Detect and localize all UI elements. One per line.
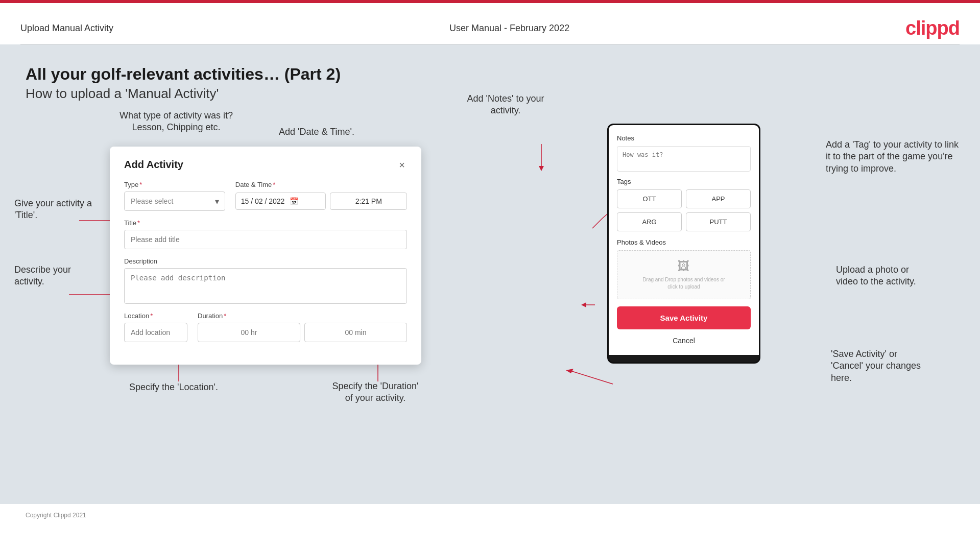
form-group-location: Location* — [124, 312, 187, 342]
annotation-describe: Describe your activity. — [14, 264, 101, 288]
page-title: Upload Manual Activity — [20, 23, 113, 34]
form-group-duration: Duration* — [198, 312, 407, 342]
notes-section-label: Notes — [617, 134, 751, 142]
annotation-duration: Specify the 'Duration' of your activity. — [301, 380, 449, 404]
svg-line-21 — [592, 218, 603, 228]
duration-minutes-input[interactable] — [304, 323, 407, 342]
duration-hours-input[interactable] — [198, 323, 300, 342]
annotation-notes: Add 'Notes' to your activity. — [447, 93, 564, 117]
form-row-location-duration: Location* Duration* — [124, 312, 407, 342]
form-group-title: Title* — [124, 219, 407, 249]
svg-marker-23 — [581, 302, 586, 307]
type-label: Type* — [124, 181, 225, 188]
annotation-give-title: Give your activity a 'Title'. — [14, 198, 101, 222]
datetime-group: 15 / 02 / 2022 📅 2:21 PM — [235, 191, 407, 211]
form-row-type-date: Type* Please select Date & Time* 15 / 02… — [124, 181, 407, 211]
calendar-icon: 📅 — [290, 197, 298, 205]
modal-title: Add Activity — [124, 159, 183, 171]
type-select[interactable]: Please select — [124, 191, 225, 211]
tags-grid: OTT APP ARG PUTT — [617, 189, 751, 231]
title-label: Title* — [124, 219, 407, 227]
svg-line-24 — [572, 371, 613, 384]
svg-marker-25 — [566, 369, 573, 373]
phone-panel: Notes Tags OTT APP ARG PUTT Photos & Vid… — [607, 124, 760, 364]
main-content: All your golf-relevant activities… (Part… — [0, 44, 980, 504]
description-textarea[interactable] — [124, 268, 407, 304]
modal-header: Add Activity × — [124, 159, 407, 171]
tag-arg[interactable]: ARG — [617, 212, 682, 231]
annotation-location: Specify the 'Location'. — [110, 381, 237, 393]
form-group-datetime: Date & Time* 15 / 02 / 2022 📅 2:21 PM — [235, 181, 407, 211]
add-activity-modal: Add Activity × Type* Please select Date … — [110, 147, 421, 365]
description-label: Description — [124, 257, 407, 265]
form-group-type: Type* Please select — [124, 181, 225, 211]
type-select-wrapper[interactable]: Please select — [124, 191, 225, 211]
annotation-date-time: Add 'Date & Time'. — [260, 126, 373, 138]
upload-text: Drag and Drop photos and videos or click… — [623, 276, 745, 291]
location-input[interactable] — [124, 323, 187, 342]
heading-line1: All your golf-relevant activities… (Part… — [26, 65, 954, 84]
location-label: Location* — [124, 312, 187, 320]
tag-putt[interactable]: PUTT — [686, 212, 751, 231]
photos-section-label: Photos & Videos — [617, 238, 751, 246]
phone-bottom-bar — [609, 355, 759, 362]
tag-ott[interactable]: OTT — [617, 189, 682, 208]
header: Upload Manual Activity User Manual - Feb… — [0, 3, 980, 44]
duration-label: Duration* — [198, 312, 407, 320]
cancel-link[interactable]: Cancel — [617, 334, 751, 347]
tag-app[interactable]: APP — [686, 189, 751, 208]
form-group-description: Description — [124, 257, 407, 304]
annotation-activity-type: What type of activity was it? Lesson, Ch… — [112, 110, 240, 134]
header-subtitle: User Manual - February 2022 — [449, 23, 569, 34]
phone-screen: Notes Tags OTT APP ARG PUTT Photos & Vid… — [609, 125, 759, 355]
annotation-tag: Add a 'Tag' to your activity to link it … — [826, 139, 964, 175]
annotation-save-cancel: 'Save Activity' or 'Cancel' your changes… — [831, 348, 964, 384]
time-input[interactable]: 2:21 PM — [330, 193, 407, 210]
footer: Copyright Clippd 2021 — [0, 504, 980, 525]
copyright: Copyright Clippd 2021 — [26, 512, 86, 519]
save-activity-button[interactable]: Save Activity — [617, 306, 751, 329]
duration-group — [198, 323, 407, 342]
datetime-label: Date & Time* — [235, 181, 407, 188]
annotation-upload: Upload a photo or video to the activity. — [836, 264, 964, 288]
upload-area[interactable]: 🖼 Drag and Drop photos and videos or cli… — [617, 250, 751, 299]
svg-marker-19 — [539, 166, 544, 171]
tags-section-label: Tags — [617, 178, 751, 185]
close-button[interactable]: × — [397, 160, 407, 170]
title-input[interactable] — [124, 230, 407, 249]
logo: clippd — [905, 17, 960, 39]
upload-icon: 🖼 — [623, 259, 745, 273]
notes-textarea[interactable] — [617, 146, 751, 172]
date-input[interactable]: 15 / 02 / 2022 📅 — [235, 193, 326, 210]
